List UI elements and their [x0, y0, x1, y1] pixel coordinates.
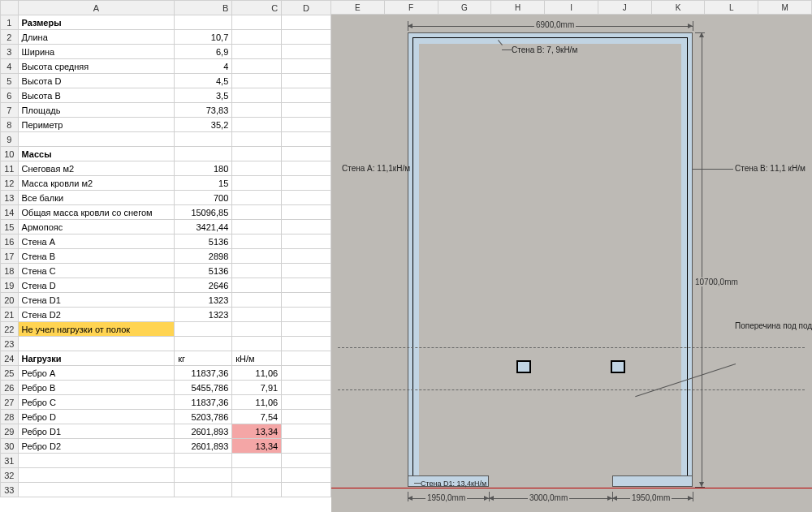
cell[interactable]: 3421,44	[175, 220, 232, 234]
cell[interactable]: 700	[175, 191, 232, 205]
cell[interactable]	[232, 322, 282, 337]
cell[interactable]: кг	[175, 351, 232, 366]
row-header[interactable]: 8	[1, 118, 19, 132]
cell[interactable]: 3,5	[175, 88, 232, 103]
row-header[interactable]: 18	[1, 264, 19, 278]
cell[interactable]	[232, 278, 282, 293]
row-header[interactable]: 25	[1, 366, 19, 381]
cell[interactable]: 7,54	[232, 410, 282, 424]
cell[interactable]: 1323	[175, 293, 232, 308]
cell[interactable]: 2646	[175, 278, 232, 293]
cell[interactable]	[282, 59, 331, 74]
cell[interactable]: 180	[175, 161, 232, 176]
cell[interactable]: Общая масса кровли со снегом	[18, 205, 175, 220]
row-header[interactable]: 23	[1, 337, 19, 351]
row-header[interactable]: 21	[1, 308, 19, 322]
cell[interactable]: Ребро D1	[18, 424, 175, 439]
cell[interactable]: 35,2	[175, 118, 232, 132]
cell[interactable]	[282, 30, 331, 45]
cell[interactable]	[232, 308, 282, 322]
cell[interactable]	[175, 454, 232, 468]
col-header-f[interactable]: F	[385, 1, 438, 14]
cell[interactable]: 1323	[175, 308, 232, 322]
cell[interactable]: Все балки	[18, 191, 175, 205]
row-header[interactable]: 4	[1, 59, 19, 74]
row-header[interactable]: 20	[1, 293, 19, 308]
cell[interactable]	[232, 88, 282, 103]
cell[interactable]: 2898	[175, 249, 232, 264]
cell[interactable]: Массы	[18, 147, 175, 161]
cell[interactable]: кН/м	[232, 351, 282, 366]
cell[interactable]: Высота средняя	[18, 59, 175, 74]
cell[interactable]	[18, 454, 175, 468]
row-header[interactable]: 19	[1, 278, 19, 293]
row-header[interactable]: 5	[1, 74, 19, 88]
cell[interactable]	[282, 191, 331, 205]
col-header-c[interactable]: C	[232, 1, 282, 15]
col-header-d[interactable]: D	[282, 1, 331, 15]
col-header-g[interactable]: G	[438, 1, 492, 14]
cell[interactable]: 10,7	[175, 30, 232, 45]
cell[interactable]: Стена A	[18, 234, 175, 249]
cell[interactable]: Ребро A	[18, 366, 175, 381]
row-header[interactable]: 29	[1, 424, 19, 439]
cell[interactable]: Ребро D	[18, 410, 175, 424]
row-header[interactable]: 15	[1, 220, 19, 234]
cell[interactable]	[232, 454, 282, 468]
cell[interactable]	[282, 483, 331, 497]
col-header-h[interactable]: H	[491, 1, 545, 14]
cell[interactable]	[282, 351, 331, 366]
cell[interactable]: 11,06	[232, 395, 282, 410]
row-header[interactable]: 12	[1, 176, 19, 191]
cell[interactable]	[282, 205, 331, 220]
cell[interactable]	[282, 15, 331, 30]
cell[interactable]	[175, 337, 232, 351]
row-header[interactable]: 2	[1, 30, 19, 45]
cell[interactable]: Стена D1	[18, 293, 175, 308]
cell[interactable]	[282, 45, 331, 59]
cell[interactable]: 11837,36	[175, 366, 232, 381]
cell[interactable]	[232, 176, 282, 191]
cell[interactable]	[18, 337, 175, 351]
col-header-e[interactable]: E	[331, 1, 385, 14]
cell[interactable]	[232, 191, 282, 205]
cell[interactable]	[232, 74, 282, 88]
col-header-a[interactable]: A	[18, 1, 175, 15]
cell[interactable]: Ширина	[18, 45, 175, 59]
cell[interactable]: Ребро D2	[18, 439, 175, 454]
cell[interactable]	[175, 132, 232, 147]
cell[interactable]	[232, 264, 282, 278]
cell[interactable]: Ребро C	[18, 395, 175, 410]
cell[interactable]	[282, 454, 331, 468]
cell[interactable]	[175, 147, 232, 161]
col-header-j[interactable]: J	[598, 1, 652, 14]
cell[interactable]: 5455,786	[175, 381, 232, 395]
cell[interactable]: Площадь	[18, 103, 175, 118]
row-header[interactable]: 16	[1, 234, 19, 249]
col-header-k[interactable]: K	[652, 1, 706, 14]
cell[interactable]	[282, 366, 331, 381]
col-header-m[interactable]: M	[758, 1, 812, 14]
cell[interactable]: Высота D	[18, 74, 175, 88]
cell[interactable]	[232, 483, 282, 497]
row-header[interactable]: 6	[1, 88, 19, 103]
cell[interactable]: Размеры	[18, 15, 175, 30]
cell[interactable]	[232, 30, 282, 45]
row-header[interactable]: 17	[1, 249, 19, 264]
cell[interactable]: 15	[175, 176, 232, 191]
cell[interactable]	[232, 45, 282, 59]
row-header[interactable]: 33	[1, 483, 19, 497]
cell[interactable]: Ребро B	[18, 381, 175, 395]
cell[interactable]	[232, 147, 282, 161]
row-header[interactable]: 1	[1, 15, 19, 30]
cell[interactable]	[18, 132, 175, 147]
cell[interactable]	[18, 468, 175, 483]
cell[interactable]: Длина	[18, 30, 175, 45]
cell[interactable]: Стена C	[18, 264, 175, 278]
cell[interactable]: 13,34	[232, 424, 282, 439]
row-header[interactable]: 26	[1, 381, 19, 395]
cell[interactable]: Стена B	[18, 249, 175, 264]
cell[interactable]: 4,5	[175, 74, 232, 88]
cell[interactable]: 6,9	[175, 45, 232, 59]
row-header[interactable]: 24	[1, 351, 19, 366]
